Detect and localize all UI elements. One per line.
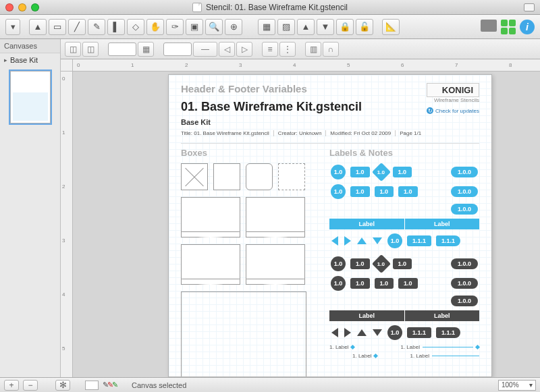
canvas-viewport[interactable]: KONIGI Wireframe Stencils ↻Check for upd… [73,72,540,377]
measure-button[interactable]: 📐 [382,19,400,35]
meta-page: Page 1/1 [400,130,425,136]
layer-color-well[interactable] [85,381,99,390]
label-circle-dark2[interactable]: 1.0 [331,276,346,291]
remove-canvas-button[interactable] [23,380,38,391]
endpoint-left-button[interactable]: ◁ [219,42,235,57]
collapse-button[interactable]: ▾ [5,19,20,35]
stroke-color-well[interactable] [163,43,192,56]
shadow-button[interactable]: ▦ [138,42,154,57]
polygon-tool[interactable]: ◇ [127,19,144,35]
label-pill-blue4[interactable]: 1.0 [375,186,394,197]
front-button[interactable]: ▲ [297,19,315,35]
line-label-1[interactable]: 1. Label1. Label [329,344,479,350]
label-pill-dark3[interactable]: 1.0 [350,278,370,289]
rect-tool[interactable]: ▭ [49,19,66,35]
add-canvas-button[interactable] [4,380,19,391]
print-icon[interactable] [481,20,497,32]
fill-color-well[interactable] [108,43,136,56]
vertical-ruler[interactable]: 0 1 2 3 4 5 [61,72,73,377]
edit-pencils-icon[interactable]: ✎✎✎ [103,381,117,389]
label-round-dark3[interactable]: 1.0.0 [451,296,478,306]
label-diamond-dark[interactable]: 1.0 [371,254,390,273]
box-stencil-wavy2[interactable] [246,197,305,237]
label-pill-blue[interactable]: 1.0 [350,167,370,177]
distribute-button[interactable]: ⋮ [279,42,296,57]
triangle-down-blue[interactable] [373,237,382,244]
label-circle-blue2[interactable]: 1.0 [331,184,346,199]
label-circle-blue[interactable]: 1.0 [331,165,346,179]
box-stencil-dashed[interactable] [278,163,305,190]
label-pill-blue2[interactable]: 1.0 [393,167,412,177]
label-circ-dark3[interactable]: 1.0 [387,325,402,340]
pen-tool[interactable]: ✎ [88,19,105,35]
label-pill-dark2[interactable]: 1.0 [393,258,412,269]
zoom-tool[interactable]: 🔍 [205,19,223,35]
label-round-blue3[interactable]: 1.0.0 [451,204,478,215]
inspector-icon[interactable]: i [520,20,535,34]
line-label-2[interactable]: 1. Label1. Label [329,353,479,359]
label-bar-dark[interactable]: LabelLabel [329,310,479,321]
style-copy-button[interactable]: ◫ [65,42,81,57]
action-menu-button[interactable]: ✻ [55,380,70,391]
label-circle-dark[interactable]: 1.0 [331,256,346,271]
box-stencil-wavy4[interactable] [246,244,305,285]
pointer-tool[interactable]: ▲ [29,19,47,35]
canvas-thumbnail[interactable] [10,71,51,123]
triangle-right-blue[interactable] [344,236,351,246]
style-paste-button[interactable]: ◫ [82,42,99,57]
label-round-dark2[interactable]: 1.0.0 [451,278,478,289]
label-pill-blue5[interactable]: 1.0 [398,186,418,197]
stencils-icon[interactable] [501,20,516,34]
box-stencil-plain[interactable] [213,163,240,190]
label-111-blue[interactable]: 1.1.1 [407,235,431,246]
eyedropper-tool[interactable]: ✑ [166,19,184,35]
triangle-left-dark[interactable] [331,328,338,337]
lock-button[interactable]: 🔒 [336,19,354,35]
canvases-sidebar: Canvases ▸ Base Kit [0,39,61,377]
ruler-origin[interactable] [61,59,73,72]
snap-button[interactable]: ▥ [305,42,321,57]
stamp-tool[interactable]: ▣ [186,19,203,35]
unlock-button[interactable]: 🔓 [356,19,373,35]
text-tool[interactable]: ▌ [107,19,125,35]
label-111-tag-dark[interactable]: 1.1.1 [436,327,460,338]
triangle-up-blue[interactable] [357,237,367,244]
label-pill-dark5[interactable]: 1.0 [398,278,418,289]
group-button[interactable]: ▦ [258,19,275,35]
label-pill-dark4[interactable]: 1.0 [375,278,394,289]
label-circ-blue3[interactable]: 1.0 [387,233,402,248]
label-pill-blue3[interactable]: 1.0 [350,186,370,197]
label-111-tag-blue[interactable]: 1.1.1 [436,235,460,246]
browse-tool[interactable]: ⊕ [225,19,242,35]
label-bar-blue[interactable]: LabelLabel [329,219,479,229]
back-button[interactable]: ▼ [317,19,334,35]
stencil-page[interactable]: KONIGI Wireframe Stencils ↻Check for upd… [168,74,492,377]
horizontal-ruler[interactable]: 0 1 2 3 4 5 6 7 8 [73,59,540,72]
line-tool[interactable]: ╱ [68,19,86,35]
chevron-down-icon: ▾ [529,381,533,389]
box-stencil-crossed[interactable] [181,163,208,190]
label-round-blue1[interactable]: 1.0.0 [451,167,478,177]
box-stencil-wavy3[interactable] [181,244,240,285]
hand-tool[interactable]: ✋ [146,19,164,35]
ungroup-button[interactable]: ▨ [277,19,295,35]
magnet-button[interactable]: ∩ [323,42,339,57]
label-diamond-blue[interactable]: 1.0 [371,163,390,181]
box-stencil-rounded[interactable] [246,163,273,190]
endpoint-right-button[interactable]: ▷ [236,42,252,57]
stroke-style-button[interactable]: — [193,42,217,57]
label-round-blue2[interactable]: 1.0.0 [451,186,478,197]
box-stencil-large[interactable] [181,291,306,377]
triangle-left-blue[interactable] [331,236,338,246]
triangle-down-dark[interactable] [373,329,382,336]
triangle-up-dark[interactable] [357,329,367,336]
sidebar-item-base-kit[interactable]: ▸ Base Kit [0,53,60,67]
box-stencil-wavy1[interactable] [181,197,240,237]
check-updates-link[interactable]: ↻Check for updates [427,107,479,114]
label-round-dark1[interactable]: 1.0.0 [451,258,478,269]
triangle-right-dark[interactable] [344,328,351,337]
zoom-control[interactable]: 100%▾ [498,380,536,391]
align-button[interactable]: ≡ [262,42,278,57]
label-pill-dark[interactable]: 1.0 [350,258,370,269]
label-111-dark[interactable]: 1.1.1 [407,327,431,338]
